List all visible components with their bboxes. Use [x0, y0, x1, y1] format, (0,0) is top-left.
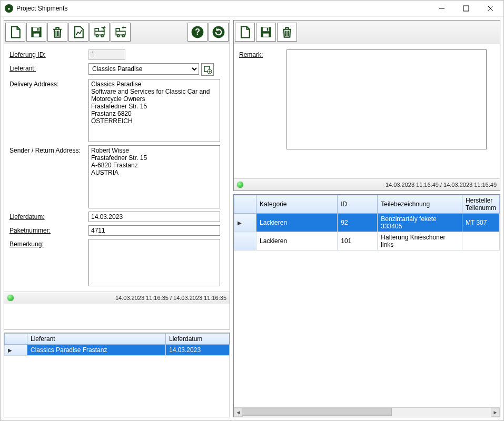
- close-button[interactable]: [478, 1, 502, 16]
- maximize-button[interactable]: [454, 1, 478, 16]
- cell-id: 92: [338, 214, 378, 232]
- lieferdatum-field[interactable]: [88, 212, 220, 222]
- cell-id: 101: [338, 232, 378, 250]
- right-statusbar: 14.03.2023 11:16:49 / 14.03.2023 11:16:4…: [234, 178, 500, 191]
- cell-lieferdatum: 14.03.2023: [166, 345, 230, 356]
- scroll-left-button[interactable]: ◄: [234, 408, 243, 417]
- status-led-icon: [7, 295, 14, 301]
- col-lieferant[interactable]: Lieferant: [27, 334, 166, 345]
- scroll-right-button[interactable]: ►: [491, 408, 500, 417]
- window-title: Project Shipments: [16, 5, 67, 12]
- window: ● Project Shipments ?: [0, 0, 504, 421]
- col-hersteller[interactable]: Hersteller Teilenumm: [462, 195, 499, 214]
- col-teilebez[interactable]: Teilebezeichnung: [378, 195, 462, 214]
- row-indicator: ▶: [5, 345, 27, 356]
- svg-rect-7: [37, 28, 39, 31]
- cell-teilebez: Benzintartály fekete 333405: [378, 214, 462, 232]
- right-toolbar: [234, 21, 500, 44]
- status-led-icon: [237, 182, 243, 188]
- svg-rect-24: [263, 34, 269, 37]
- svg-point-17: [213, 26, 225, 38]
- svg-point-14: [122, 35, 124, 37]
- row-header-blank[interactable]: [5, 334, 27, 345]
- sender-address-field[interactable]: [88, 145, 220, 208]
- parts-grid-hscroll[interactable]: ◄ ►: [234, 407, 500, 417]
- remark-label[interactable]: Remark:: [239, 49, 286, 58]
- shipment-form-panel: ? Lieferung ID: 1 Lieferant: Classics Pa…: [4, 20, 230, 329]
- remark-panel: Remark: 14.03.2023 11:16:49 / 14.03.2023…: [233, 20, 500, 191]
- cell-hersteller: MT 307: [462, 214, 499, 232]
- cell-kategorie: Lackieren: [256, 214, 338, 232]
- refresh-button[interactable]: [209, 23, 229, 42]
- minimize-button[interactable]: [430, 1, 454, 16]
- titlebar: ● Project Shipments: [1, 1, 503, 17]
- remark-field[interactable]: [286, 49, 487, 149]
- parts-grid-panel: Kategorie ID Teilebezeichnung Hersteller…: [233, 194, 500, 417]
- shipments-grid[interactable]: Lieferant Lieferdatum ▶Classics Paradise…: [4, 333, 230, 417]
- cell-lieferant: Classics Paradise Frastanz: [27, 345, 166, 356]
- ship-out-button[interactable]: [90, 23, 110, 42]
- app-icon: ●: [5, 4, 13, 13]
- table-row[interactable]: ▶Classics Paradise Frastanz14.03.2023: [5, 345, 230, 356]
- shipment-form: Lieferung ID: 1 Lieferant: Classics Para…: [4, 44, 230, 292]
- save-button[interactable]: [256, 23, 276, 42]
- svg-point-12: [101, 35, 103, 37]
- left-status-text: 14.03.2023 11:16:35 / 14.03.2023 11:16:3…: [115, 295, 226, 301]
- sender-address-label: Sender / Return Address:: [9, 145, 88, 154]
- svg-text:?: ?: [195, 27, 200, 36]
- parts-grid[interactable]: Kategorie ID Teilebezeichnung Hersteller…: [234, 195, 500, 407]
- lieferung-id-label[interactable]: Lieferung ID:: [9, 49, 88, 58]
- lieferung-id-field: 1: [88, 49, 125, 60]
- row-indicator: ▶: [234, 214, 256, 232]
- row-indicator: [234, 232, 256, 250]
- svg-rect-1: [463, 6, 469, 11]
- delivery-address-label: Delivery Address:: [9, 79, 88, 88]
- scroll-thumb[interactable]: [243, 408, 392, 416]
- table-row[interactable]: ▶Lackieren92Benzintartály fekete 333405M…: [234, 214, 500, 232]
- svg-rect-25: [267, 28, 269, 31]
- col-id[interactable]: ID: [338, 195, 378, 214]
- table-row[interactable]: Lackieren101Halterung Knieschoner links: [234, 232, 500, 250]
- delivery-address-field[interactable]: [88, 79, 220, 142]
- lieferant-add-button[interactable]: [201, 63, 214, 76]
- lieferant-select[interactable]: Classics Paradise: [88, 63, 199, 75]
- cell-kategorie: Lackieren: [256, 232, 338, 250]
- svg-point-11: [96, 35, 98, 37]
- left-statusbar: 14.03.2023 11:16:35 / 14.03.2023 11:16:3…: [4, 292, 230, 304]
- cell-hersteller: [462, 232, 499, 250]
- paketnummer-label[interactable]: Paketnummer:: [9, 225, 88, 234]
- svg-rect-6: [34, 34, 39, 37]
- delete-button[interactable]: [277, 23, 297, 42]
- delete-button[interactable]: [47, 23, 67, 42]
- cell-teilebez: Halterung Knieschoner links: [378, 232, 462, 250]
- right-status-text: 14.03.2023 11:16:49 / 14.03.2023 11:16:4…: [386, 182, 497, 188]
- bemerkung-field[interactable]: [88, 239, 220, 286]
- save-button[interactable]: [26, 23, 46, 42]
- shipments-grid-panel: Lieferant Lieferdatum ▶Classics Paradise…: [4, 333, 230, 417]
- paketnummer-field[interactable]: [88, 225, 220, 236]
- help-button[interactable]: ?: [187, 23, 207, 42]
- new-button[interactable]: [5, 23, 25, 42]
- left-toolbar: ?: [4, 21, 230, 44]
- lieferant-label[interactable]: Lieferant:: [9, 63, 88, 72]
- col-lieferdatum[interactable]: Lieferdatum: [166, 334, 230, 345]
- ship-in-button[interactable]: [111, 23, 131, 42]
- lieferdatum-label[interactable]: Lieferdatum:: [9, 212, 88, 220]
- col-kategorie[interactable]: Kategorie: [256, 195, 338, 214]
- bemerkung-label[interactable]: Bemerkung:: [9, 239, 88, 248]
- stats-button[interactable]: [68, 23, 88, 42]
- new-button[interactable]: [235, 23, 255, 42]
- row-header-blank[interactable]: [234, 195, 256, 214]
- svg-point-13: [117, 35, 119, 37]
